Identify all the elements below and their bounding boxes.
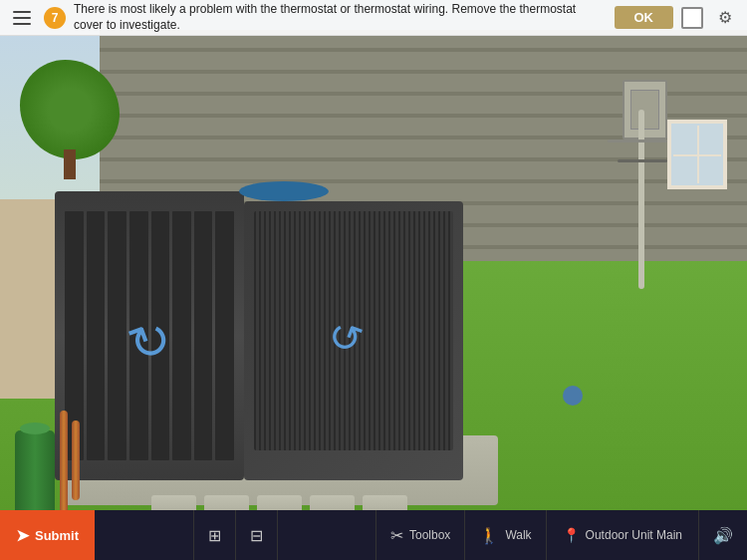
wire-2 [618,159,667,162]
tool-button-1[interactable]: ⊞ [193,510,236,560]
submit-label: Submit [35,528,79,543]
conduit-wall [638,110,644,289]
top-notification-bar: 7 There is most likely a problem with th… [0,0,747,36]
tree-foliage [20,60,120,159]
capacitor-top [20,422,50,434]
view-tools: ⊞ ⊟ [95,510,375,560]
electrical-box [622,80,667,140]
step-badge: 7 [44,7,66,29]
menu-button[interactable] [8,4,36,32]
main-scene: ↻ ↺ 7 There is most likely a problem wit… [0,0,747,560]
bottom-right-tools: ✂ Toolbox 🚶 Walk 📍 Outdoor Unit Main 🔊 [375,510,747,560]
electrical-box-inner [630,90,659,130]
location-icon: 📍 [563,527,580,543]
volume-icon: 🔊 [713,526,733,545]
condenser-top-cap [239,181,329,201]
hamburger-line-1 [13,11,31,13]
walk-label: Walk [505,528,531,542]
notification-message: There is most likely a problem with the … [74,2,607,33]
house-window [667,120,727,189]
volume-button[interactable]: 🔊 [699,510,747,560]
contract-icon: ⊟ [250,526,263,545]
pipe-connector [563,386,583,406]
grille-bar [215,211,234,460]
settings-icon[interactable]: ⚙ [711,4,739,32]
tree [20,60,120,179]
hamburger-line-2 [13,17,31,19]
grille-bar [194,211,213,460]
toolbox-label: Toolbox [409,528,450,542]
tool-button-2[interactable]: ⊟ [236,510,278,560]
grille-bar [108,211,126,460]
window-pane-horizontal [673,154,721,156]
toolbox-button[interactable]: ✂ Toolbox [375,510,465,560]
grille-bar [87,211,106,460]
location-button[interactable]: 📍 Outdoor Unit Main [547,510,699,560]
submit-icon: ➤ [16,526,29,545]
walk-button[interactable]: 🚶 Walk [465,510,546,560]
ok-button[interactable]: OK [615,6,674,29]
submit-button[interactable]: ➤ Submit [0,510,95,560]
toolbox-icon: ✂ [390,526,403,545]
walk-icon: 🚶 [479,526,499,545]
checkbox[interactable] [681,7,703,29]
capacitor[interactable] [15,430,55,520]
expand-icon: ⊞ [208,526,221,545]
grille-bar [172,211,191,460]
hamburger-line-3 [13,23,31,25]
wire-1 [608,140,667,142]
copper-tube-2 [72,420,80,500]
bottom-toolbar: ➤ Submit ⊞ ⊟ ✂ Toolbox 🚶 Walk 📍 Outdoor … [0,510,747,560]
location-label: Outdoor Unit Main [586,528,682,542]
tree-trunk [64,149,76,179]
